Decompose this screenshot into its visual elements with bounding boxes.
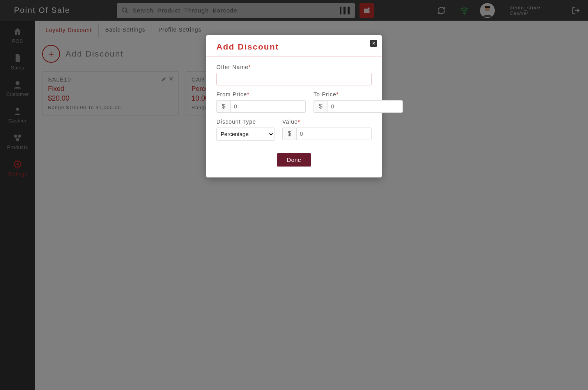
offer-name-label: Offer Name* [216,64,251,70]
to-price-input[interactable] [328,100,403,113]
add-discount-modal: Add Discount ✕ Offer Name* From Price* $… [206,35,382,177]
close-icon[interactable]: ✕ [370,40,377,47]
modal-title: Add Discount [216,42,372,51]
discount-type-select[interactable]: Percentage [216,128,275,141]
from-price-label: From Price* [216,91,250,98]
currency-prefix: $ [216,100,230,113]
from-price-input[interactable] [230,100,306,113]
discount-type-label: Discount Type [216,119,256,125]
value-label: Value* [282,119,300,125]
currency-prefix: $ [282,128,296,140]
done-button[interactable]: Done [277,153,312,167]
to-price-label: To Price* [313,91,339,98]
value-input[interactable] [296,128,372,140]
currency-prefix: $ [313,100,328,113]
offer-name-input[interactable] [216,73,372,85]
